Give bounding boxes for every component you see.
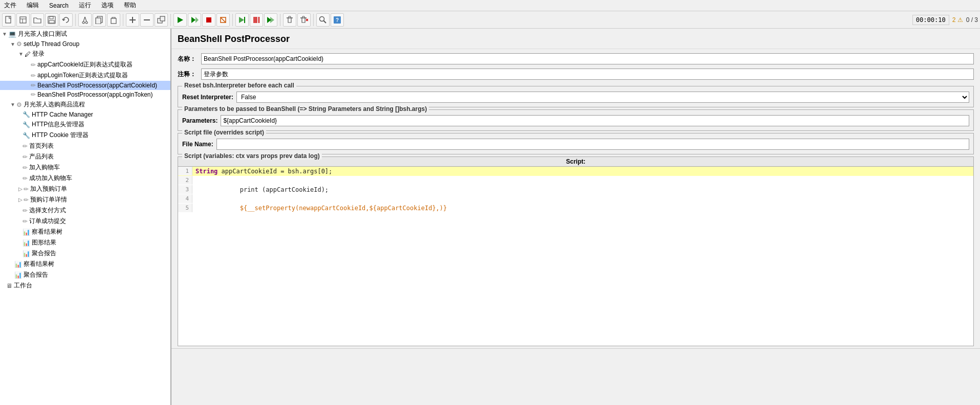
name-row: 名称：: [178, 51, 974, 66]
tree-item-home[interactable]: ✏ 首页列表: [0, 141, 170, 151]
svg-marker-19: [178, 17, 183, 23]
cookie-icon: 🔧: [23, 132, 30, 139]
tree-item-tree1[interactable]: 📊 察看结果树: [0, 227, 170, 237]
remote-stop-button[interactable]: [250, 13, 263, 27]
tree-item-agg2[interactable]: 📊 聚合报告: [0, 269, 170, 280]
tree-item-payment[interactable]: ✏ 选择支付方式: [0, 205, 170, 216]
tree-item-setup[interactable]: ▼ ⚙ setUp Thread Group: [0, 39, 170, 49]
script-group: Script (variables: ctx vars props prev d…: [178, 156, 974, 346]
header-icon: 🔧: [23, 121, 30, 128]
tree-item-applogin[interactable]: ✏ appLoginToken正则表达式提取器: [0, 70, 170, 81]
params-label: Parameters:: [182, 117, 217, 124]
tree-item-shop[interactable]: ▼ ⚙ 月光茶人选购商品流程: [0, 99, 170, 110]
tree-item-beanshell-cart[interactable]: ✏ BeanShell PostProcessor(appCartCookieI…: [0, 81, 170, 90]
start-nopause-button[interactable]: [188, 13, 201, 27]
svg-text:?: ?: [336, 17, 339, 23]
reset-group-title: Reset bsh.Interpreter before each call: [182, 82, 296, 89]
line-content-2: [192, 176, 202, 185]
remote-start-button[interactable]: [235, 13, 249, 27]
addorder-expand-icon[interactable]: ▷: [18, 186, 23, 192]
tree-item-cookie[interactable]: 🔧 HTTP Cookie 管理器: [0, 130, 170, 141]
comment-label: 注释：: [178, 70, 198, 79]
add-button[interactable]: [126, 13, 139, 27]
timer-display: 00:00:10: [912, 15, 949, 25]
reset-select[interactable]: False True: [236, 92, 969, 103]
shop-expand-icon[interactable]: ▼: [10, 102, 15, 107]
menu-edit[interactable]: 编辑: [25, 0, 41, 11]
cut-button[interactable]: [78, 13, 92, 27]
home-icon: ✏: [23, 143, 28, 150]
beanshell-cart-icon: ✏: [31, 82, 36, 89]
tree-item-tree2[interactable]: 📊 察看结果树: [0, 259, 170, 269]
login-expand-icon[interactable]: ▼: [18, 51, 24, 57]
tree-item-orderok[interactable]: ✏ 订单成功提交: [0, 216, 170, 227]
help-btn[interactable]: ?: [331, 13, 344, 27]
line-num-1: 1: [178, 167, 192, 175]
preorder-expand-icon[interactable]: ▷: [18, 197, 23, 202]
tree-item-agg1[interactable]: 📊 聚合报告: [0, 248, 170, 259]
main-layout: ▼ 💻 月光茶人接口测试 ▼ ⚙ setUp Thread Group ▼ 🖊 …: [0, 29, 980, 405]
stop-button[interactable]: [202, 13, 215, 27]
tree-item-addcart[interactable]: ✏ 加入购物车: [0, 162, 170, 173]
params-input[interactable]: [221, 115, 969, 126]
search-button[interactable]: [316, 13, 330, 27]
comment-row: 注释：: [178, 66, 974, 82]
script-editor[interactable]: 1 String appCartCookieId = bsh.args[0]; …: [178, 167, 973, 346]
tree-label-appcart: appCartCookieId正则表达式提取器: [37, 60, 133, 69]
menu-help[interactable]: 帮助: [122, 0, 138, 11]
svg-rect-18: [160, 16, 165, 21]
menu-run[interactable]: 运行: [77, 0, 93, 11]
params-group: Parameters to be passed to BeanShell (=>…: [178, 109, 974, 131]
menu-bar: 文件 编辑 Search 运行 选项 帮助: [0, 0, 980, 11]
svg-marker-25: [239, 17, 244, 23]
comment-input[interactable]: [201, 69, 974, 80]
menu-search[interactable]: Search: [47, 1, 71, 10]
file-row: File Name:: [182, 138, 969, 151]
script-line-1: 1 String appCartCookieId = bsh.args[0];: [178, 167, 973, 176]
svg-rect-1: [20, 17, 26, 23]
tree-item-products[interactable]: ✏ 产品列表: [0, 151, 170, 162]
templates-button[interactable]: [16, 13, 30, 27]
save-button[interactable]: [45, 13, 58, 27]
tree-item-appcart[interactable]: ✏ appCartCookieId正则表达式提取器: [0, 59, 170, 70]
tree-item-workbench[interactable]: 🖥 工作台: [0, 280, 170, 291]
remote-all-start-button[interactable]: [264, 13, 277, 27]
paste-button[interactable]: [107, 13, 120, 27]
clear-button[interactable]: [283, 13, 296, 27]
tree-item-preorder[interactable]: ▷ ✏ 预购订单详情: [0, 194, 170, 205]
tree-item-graph1[interactable]: 📊 图形结果: [0, 237, 170, 248]
name-input[interactable]: [201, 53, 974, 64]
root-expand-icon[interactable]: ▼: [2, 31, 7, 37]
tree-item-addorder[interactable]: ▷ ✏ 加入预购订单: [0, 184, 170, 194]
menu-file[interactable]: 文件: [2, 0, 18, 11]
tree-label-orderok: 订单成功提交: [29, 217, 66, 226]
agg1-icon: 📊: [23, 250, 30, 257]
remove-button[interactable]: [140, 13, 154, 27]
open-button[interactable]: [31, 13, 44, 27]
tree-item-cartok[interactable]: ✏ 成功加入购物车: [0, 173, 170, 184]
tree-panel: ▼ 💻 月光茶人接口测试 ▼ ⚙ setUp Thread Group ▼ 🖊 …: [0, 29, 171, 405]
svg-marker-21: [195, 17, 199, 23]
tree-label-addorder: 加入预购订单: [30, 185, 67, 193]
copy-button[interactable]: [93, 13, 106, 27]
setup-expand-icon[interactable]: ▼: [10, 41, 15, 47]
clearall-button[interactable]: [297, 13, 311, 27]
appcart-icon: ✏: [31, 61, 36, 69]
tree-root[interactable]: ▼ 💻 月光茶人接口测试: [0, 29, 170, 39]
tree-item-cache[interactable]: 🔧 HTTP Cache Manager: [0, 110, 170, 119]
new-button[interactable]: [2, 13, 15, 27]
tree-label-login: 登录: [32, 50, 45, 58]
duplicate-button[interactable]: [155, 13, 168, 27]
start-button[interactable]: [173, 13, 187, 27]
script-group-title: Script (variables: ctx vars props prev d…: [182, 152, 322, 160]
line-num-4: 4: [178, 194, 192, 203]
svg-marker-20: [191, 17, 195, 23]
tree-item-login[interactable]: ▼ 🖊 登录: [0, 49, 170, 59]
menu-options[interactable]: 选项: [99, 0, 116, 11]
file-input[interactable]: [216, 139, 969, 150]
shutdown-button[interactable]: [216, 13, 230, 27]
svg-line-40: [324, 20, 326, 23]
tree-item-beanshell-login[interactable]: ✏ BeanShell PostProcessor(appLoginToken): [0, 90, 170, 99]
tree-item-header[interactable]: 🔧 HTTP信息头管理器: [0, 119, 170, 130]
revert-button[interactable]: [59, 13, 73, 27]
